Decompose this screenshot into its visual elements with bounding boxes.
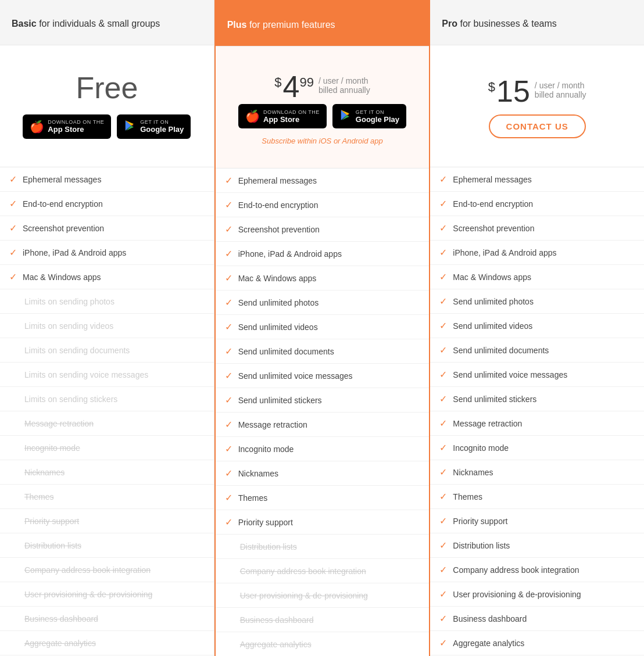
feature-label: Nicknames [453, 468, 493, 477]
feature-row: ✓Mac & Windows apps [0, 265, 214, 289]
check-icon: ✓ [439, 418, 447, 429]
feature-row: Limits on sending stickers [0, 387, 214, 411]
feature-label: Priority support [238, 518, 293, 527]
feature-row: ✓Distribution lists [430, 533, 644, 558]
plan-header-basic: Basic for individuals & small groups [0, 0, 214, 45]
check-icon: ✓ [9, 198, 17, 209]
feature-row: ✓iPhone, iPad & Android apps [216, 242, 430, 266]
feature-row: Limits on sending voice messages [0, 363, 214, 387]
check-icon: ✓ [225, 517, 232, 528]
features-list-plus: ✓Ephemeral messages✓End-to-end encryptio… [216, 169, 430, 656]
check-icon: ✓ [439, 515, 447, 526]
feature-label: Business dashboard [24, 614, 98, 623]
price-per-line1: / user / month [319, 76, 370, 85]
feature-row: ✓Send unlimited photos [430, 289, 644, 314]
feature-label: Distribution lists [453, 541, 510, 550]
plan-title-plus: Plus for premium features [227, 20, 335, 30]
check-icon: ✓ [439, 442, 447, 453]
feature-label: End-to-end encryption [453, 199, 533, 209]
check-icon: ✓ [225, 175, 232, 186]
feature-row: ✓iPhone, iPad & Android apps [430, 241, 644, 265]
feature-label: User provisioning & de-provisioning [24, 590, 152, 599]
feature-label: Aggregate analytics [453, 639, 524, 648]
google-play-button[interactable]: GET IT ONGoogle Play [332, 104, 406, 128]
check-icon: ✓ [439, 540, 447, 551]
feature-label: Mac & Windows apps [453, 273, 531, 282]
price-row: $15/ user / monthbilled annually [488, 76, 586, 106]
check-icon: ✓ [225, 370, 232, 381]
price-per: / user / monthbilled annually [535, 81, 586, 99]
feature-label: Send unlimited documents [238, 347, 334, 356]
feature-row: ✓Send unlimited stickers [216, 388, 430, 413]
feature-label: Company address book integration [240, 567, 366, 576]
google-play-button[interactable]: GET IT ONGoogle Play [117, 114, 191, 139]
feature-label: User provisioning & de-provisioning [453, 590, 581, 599]
feature-row: ✓User provisioning & de-provisioning [430, 582, 644, 607]
feature-label: Limits on sending voice messages [24, 370, 148, 379]
feature-row: ✓Aggregate analytics [430, 631, 644, 655]
check-icon: ✓ [225, 492, 232, 503]
feature-label: Nicknames [238, 469, 278, 478]
check-icon: ✓ [439, 271, 447, 282]
feature-row: Limits on sending videos [0, 314, 214, 338]
feature-row: ✓Themes [430, 485, 644, 509]
feature-label: Message retraction [238, 420, 307, 429]
feature-label: Themes [24, 492, 54, 501]
price-per: / user / monthbilled annually [319, 76, 370, 95]
store-btn-name: App Store [48, 125, 104, 134]
feature-row: ✓Send unlimited voice messages [216, 364, 430, 388]
feature-row: Company address book integration [216, 559, 430, 583]
plan-column-basic: Basic for individuals & small groupsFree… [0, 0, 214, 656]
feature-label: Send unlimited voice messages [453, 370, 567, 379]
check-icon: ✓ [439, 174, 447, 185]
app-store-button[interactable]: 🍎Download on theApp Store [23, 114, 111, 139]
check-icon: ✓ [225, 248, 232, 259]
subscribe-note: Subscribe within iOS or Android app [262, 137, 382, 145]
feature-row: ✓Message retraction [216, 413, 430, 437]
store-btn-sublabel: Download on the [263, 109, 320, 115]
feature-row: Distribution lists [0, 533, 214, 558]
feature-label: Limits on sending photos [24, 297, 115, 306]
feature-row: ✓Mac & Windows apps [216, 266, 430, 291]
check-icon: ✓ [439, 345, 447, 356]
check-icon: ✓ [225, 224, 232, 235]
feature-row: Company address book integration [0, 558, 214, 582]
feature-row: ✓Ephemeral messages [216, 169, 430, 193]
feature-label: Incognito mode [24, 443, 80, 453]
contact-us-button[interactable]: CONTACT US [489, 114, 586, 138]
check-icon: ✓ [225, 443, 232, 454]
feature-label: Message retraction [453, 419, 522, 428]
price-per-line1: / user / month [535, 81, 586, 90]
feature-label: Mac & Windows apps [238, 274, 317, 283]
feature-label: Ephemeral messages [238, 176, 317, 185]
feature-label: Themes [238, 493, 268, 503]
check-icon: ✓ [439, 564, 447, 575]
price-dollar: $ [488, 80, 495, 95]
feature-row: ✓Message retraction [430, 411, 644, 436]
feature-label: Business dashboard [453, 614, 527, 623]
app-store-button[interactable]: 🍎Download on theApp Store [238, 104, 327, 128]
apple-icon: 🍎 [245, 110, 260, 122]
feature-label: End-to-end encryption [238, 200, 319, 210]
feature-row: ✓Priority support [216, 510, 430, 535]
plan-header-pro: Pro for businesses & teams [430, 0, 644, 45]
check-icon: ✓ [439, 296, 447, 307]
feature-label: Company address book integration [453, 565, 579, 575]
feature-row: ✓Themes [216, 486, 430, 510]
feature-row: ✓Priority support [430, 509, 644, 533]
feature-label: Aggregate analytics [24, 639, 96, 648]
google-play-icon [124, 119, 137, 134]
check-icon: ✓ [439, 589, 447, 600]
price-amount: 4 [283, 71, 300, 102]
check-icon: ✓ [9, 223, 17, 234]
feature-row: ✓Screenshot prevention [0, 216, 214, 241]
feature-label: Send unlimited documents [453, 346, 549, 355]
feature-label: User provisioning & de-provisioning [240, 591, 368, 600]
feature-row: ✓Send unlimited stickers [430, 387, 644, 411]
feature-label: Priority support [453, 517, 507, 526]
price-per-line2: billed annually [319, 85, 370, 95]
check-icon: ✓ [9, 174, 17, 185]
feature-row: ✓Incognito mode [430, 436, 644, 460]
plan-pricing-pro: $15/ user / monthbilled annuallyCONTACT … [430, 45, 644, 167]
feature-label: Screenshot prevention [453, 224, 534, 233]
